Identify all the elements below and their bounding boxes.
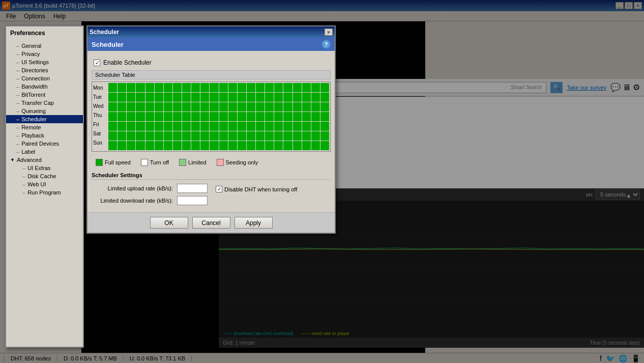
grid-cell[interactable] <box>155 122 163 131</box>
grid-cell[interactable] <box>238 131 246 141</box>
grid-cell[interactable] <box>108 93 117 102</box>
grid-cell[interactable] <box>136 83 144 92</box>
pref-group-advanced[interactable]: ▼ Advanced <box>6 156 83 164</box>
grid-cell[interactable] <box>302 93 311 102</box>
grid-cell[interactable] <box>164 102 172 111</box>
grid-cell[interactable] <box>127 93 135 102</box>
grid-cell[interactable] <box>265 93 274 102</box>
grid-cell[interactable] <box>247 122 255 131</box>
grid-cell[interactable] <box>118 93 126 102</box>
pref-subitem-web-ui[interactable]: Web UI <box>6 180 83 188</box>
grid-cell[interactable] <box>228 112 237 121</box>
grid-cell[interactable] <box>210 83 218 92</box>
grid-cell[interactable] <box>145 141 154 150</box>
grid-cell[interactable] <box>108 131 117 141</box>
pref-subitem-ui-extras[interactable]: UI Extras <box>6 164 83 172</box>
grid-cell[interactable] <box>164 141 172 150</box>
grid-cell[interactable] <box>164 93 172 102</box>
grid-cell[interactable] <box>118 131 126 141</box>
grid-cell[interactable] <box>302 102 311 111</box>
scheduler-close-button[interactable]: × <box>325 29 333 36</box>
grid-cell[interactable] <box>191 83 200 92</box>
grid-cell[interactable] <box>191 122 200 131</box>
grid-cell[interactable] <box>311 122 320 131</box>
pref-item-connection[interactable]: Connection <box>6 74 83 82</box>
grid-cell[interactable] <box>136 122 144 131</box>
grid-cell[interactable] <box>302 83 311 92</box>
grid-cell[interactable] <box>136 141 144 150</box>
grid-cell[interactable] <box>247 83 255 92</box>
apply-button[interactable]: Apply <box>235 217 273 229</box>
grid-cell[interactable] <box>265 83 274 92</box>
grid-cell[interactable] <box>293 141 302 150</box>
grid-cell[interactable] <box>320 141 329 150</box>
grid-cell[interactable] <box>302 141 311 150</box>
grid-cell[interactable] <box>283 102 292 111</box>
grid-cell[interactable] <box>283 122 292 131</box>
grid-cell[interactable] <box>200 112 209 121</box>
grid-cell[interactable] <box>256 141 265 150</box>
grid-cell[interactable] <box>238 83 246 92</box>
grid-cell[interactable] <box>191 93 200 102</box>
grid-cell[interactable] <box>219 102 228 111</box>
grid-cell[interactable] <box>136 93 144 102</box>
grid-cell[interactable] <box>228 102 237 111</box>
pref-item-remote[interactable]: Remote <box>6 123 83 131</box>
grid-cell[interactable] <box>210 122 218 131</box>
grid-cell[interactable] <box>118 102 126 111</box>
grid-cell[interactable] <box>274 93 283 102</box>
grid-cell[interactable] <box>256 102 265 111</box>
grid-cell[interactable] <box>293 102 302 111</box>
grid-cell[interactable] <box>182 102 191 111</box>
grid-cell[interactable] <box>118 83 126 92</box>
pref-item-bandwidth[interactable]: Bandwidth <box>6 82 83 91</box>
grid-cell[interactable] <box>145 83 154 92</box>
grid-cell[interactable] <box>219 83 228 92</box>
pref-subitem-run-program[interactable]: Run Program <box>6 188 83 197</box>
grid-cell[interactable] <box>320 93 329 102</box>
grid-cell[interactable] <box>108 112 117 121</box>
download-rate-input[interactable] <box>177 196 208 205</box>
grid-cell[interactable] <box>136 112 144 121</box>
grid-cell[interactable] <box>265 141 274 150</box>
grid-cell[interactable] <box>293 93 302 102</box>
enable-scheduler-checkbox[interactable]: ✓ <box>94 60 100 66</box>
pref-item-paired-devices[interactable]: Paired Devices <box>6 139 83 148</box>
grid-cell[interactable] <box>283 141 292 150</box>
grid-cell[interactable] <box>320 83 329 92</box>
grid-cell[interactable] <box>302 122 311 131</box>
grid-cell[interactable] <box>247 112 255 121</box>
grid-cell[interactable] <box>182 122 191 131</box>
grid-cell[interactable] <box>293 112 302 121</box>
grid-cell[interactable] <box>256 93 265 102</box>
grid-cell[interactable] <box>173 122 182 131</box>
grid-cell[interactable] <box>191 141 200 150</box>
grid-cell[interactable] <box>108 102 117 111</box>
grid-cell[interactable] <box>293 131 302 141</box>
grid-cell[interactable] <box>219 131 228 141</box>
grid-cell[interactable] <box>265 112 274 121</box>
grid-cell[interactable] <box>173 83 182 92</box>
grid-cell[interactable] <box>283 131 292 141</box>
grid-cell[interactable] <box>164 131 172 141</box>
grid-cell[interactable] <box>173 131 182 141</box>
grid-cell[interactable] <box>182 112 191 121</box>
pref-item-directories[interactable]: Directories <box>6 66 83 74</box>
grid-cell[interactable] <box>200 141 209 150</box>
pref-item-general[interactable]: General <box>6 42 83 50</box>
grid-cell[interactable] <box>302 112 311 121</box>
grid-cell[interactable] <box>265 131 274 141</box>
grid-cell[interactable] <box>145 93 154 102</box>
grid-cell[interactable] <box>283 93 292 102</box>
grid-cell[interactable] <box>247 131 255 141</box>
grid-cell[interactable] <box>274 83 283 92</box>
pref-item-playback[interactable]: Playback <box>6 131 83 139</box>
grid-cell[interactable] <box>191 102 200 111</box>
grid-cell[interactable] <box>228 141 237 150</box>
grid-cell[interactable] <box>155 141 163 150</box>
grid-cell[interactable] <box>311 102 320 111</box>
grid-cell[interactable] <box>210 112 218 121</box>
grid-cell[interactable] <box>118 122 126 131</box>
grid-cell[interactable] <box>145 102 154 111</box>
grid-cell[interactable] <box>200 83 209 92</box>
